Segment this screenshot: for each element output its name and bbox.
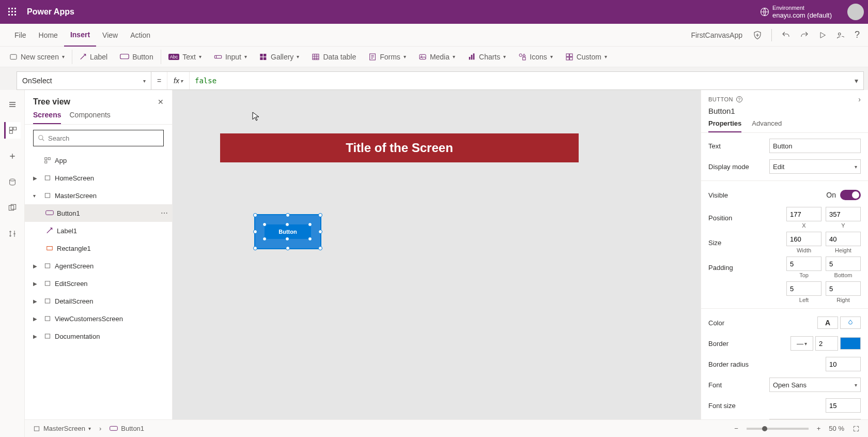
chevron-right-icon[interactable]: ▶ (33, 175, 40, 181)
fit-screen-icon[interactable] (853, 425, 860, 432)
tools-rail-icon[interactable] (4, 225, 21, 242)
tree-item-rectangle1[interactable]: Rectangle1 (25, 239, 172, 257)
button-icon (45, 209, 54, 217)
prop-displaymode-select[interactable]: Edit▾ (769, 159, 861, 174)
insert-text-button[interactable]: Abc Text ▾ (163, 49, 207, 65)
tree-search-box[interactable] (33, 130, 164, 146)
prop-pad-bottom-input[interactable] (826, 257, 861, 271)
prop-visible-toggle[interactable] (840, 190, 861, 200)
app-checker-icon[interactable] (753, 31, 762, 40)
tree-label: Documentation (55, 333, 168, 340)
insert-media-button[interactable]: Media ▾ (413, 49, 460, 65)
tree-screen-edit[interactable]: ▶ EditScreen (25, 275, 172, 292)
prop-pad-top-input[interactable] (786, 257, 822, 271)
tree-screen-agent[interactable]: ▶ AgentScreen (25, 257, 172, 275)
svg-point-35 (9, 179, 15, 181)
close-icon[interactable]: ✕ (158, 98, 164, 106)
prop-bordercolor-swatch[interactable] (840, 337, 861, 350)
selection-box[interactable]: Button (254, 214, 321, 249)
prop-width-input[interactable] (786, 232, 822, 246)
environment-picker[interactable]: Environment enayu.com (default) (760, 5, 842, 20)
menu-file[interactable]: File (8, 24, 33, 47)
insert-text-label: Text (182, 53, 196, 61)
insert-forms-button[interactable]: Forms ▾ (363, 49, 411, 65)
status-selected[interactable]: Button1 (110, 425, 144, 432)
prop-fill-swatch[interactable] (840, 317, 861, 329)
tree-search-input[interactable] (48, 134, 159, 142)
svg-rect-18 (264, 57, 266, 59)
prop-pos-x-input[interactable] (786, 207, 822, 221)
insert-icons-button[interactable]: Icons ▾ (513, 49, 557, 65)
chevron-down-icon[interactable]: ▾ (33, 193, 40, 199)
env-heading: Environment (772, 5, 832, 11)
formula-property-select[interactable]: OnSelect ▾ (17, 72, 151, 89)
redo-icon[interactable] (800, 31, 809, 40)
menu-insert[interactable]: Insert (64, 24, 96, 47)
tab-components[interactable]: Components (69, 111, 110, 124)
zoom-out-button[interactable]: − (734, 425, 738, 432)
formula-input[interactable]: false (190, 77, 849, 85)
prop-fontsize-input[interactable] (826, 398, 861, 413)
media-rail-icon[interactable] (4, 200, 21, 216)
tree-screen-documentation[interactable]: ▶ Documentation (25, 327, 172, 345)
tree-screen-home[interactable]: ▶ HomeScreen (25, 169, 172, 187)
insert-datatable-button[interactable]: Data table (306, 49, 361, 65)
insert-gallery-button[interactable]: Gallery ▾ (254, 49, 304, 65)
prop-height-input[interactable] (826, 232, 861, 246)
new-screen-button[interactable]: New screen ▾ (4, 49, 70, 65)
svg-marker-10 (820, 32, 825, 38)
more-icon[interactable]: ⋯ (161, 209, 168, 217)
prop-borderwidth-input[interactable] (815, 336, 838, 351)
menu-home[interactable]: Home (33, 24, 64, 47)
screen-icon (43, 191, 52, 200)
menu-action[interactable]: Action (124, 24, 157, 47)
svg-rect-47 (45, 281, 50, 285)
prop-fontcolor-swatch[interactable]: A (817, 317, 838, 329)
tree-label: ViewCustomersScreen (55, 315, 168, 323)
help-icon[interactable]: ? (855, 29, 860, 40)
menu-view[interactable]: View (96, 24, 124, 47)
zoom-slider[interactable] (747, 428, 809, 430)
prop-borderradius-input[interactable] (826, 357, 861, 371)
fx-button[interactable]: fx▾ (167, 72, 190, 89)
prop-borderstyle-select[interactable]: — ▾ (791, 336, 813, 351)
hamburger-icon[interactable] (4, 96, 21, 113)
insert-input-label: Input (225, 53, 241, 61)
tab-properties[interactable]: Properties (708, 119, 741, 132)
tree-item-button1[interactable]: Button1 ⋯ (25, 204, 172, 222)
user-avatar[interactable] (847, 4, 864, 20)
tree-label: DetailScreen (55, 297, 168, 305)
prop-pad-left-input[interactable] (786, 281, 822, 296)
play-icon[interactable] (818, 31, 827, 39)
tree-app-node[interactable]: App (25, 152, 172, 169)
prop-font-select[interactable]: Open Sans▾ (769, 378, 861, 392)
canvas-area[interactable]: Title of the Screen Button (173, 90, 701, 437)
tab-advanced[interactable]: Advanced (752, 119, 782, 132)
undo-icon[interactable] (781, 31, 791, 40)
insert-label-button[interactable]: Label (74, 49, 113, 65)
prop-text-input[interactable]: Button (769, 139, 861, 153)
info-icon[interactable]: ? (736, 96, 742, 102)
tree-view-rail-icon[interactable] (4, 122, 21, 139)
tree-screen-viewcustomers[interactable]: ▶ ViewCustomersScreen (25, 310, 172, 327)
data-rail-icon[interactable] (4, 174, 21, 190)
tree-screen-master[interactable]: ▾ MasterScreen (25, 187, 172, 204)
prop-pos-y-input[interactable] (826, 207, 861, 221)
zoom-in-button[interactable]: + (817, 425, 821, 432)
insert-custom-button[interactable]: Custom ▾ (560, 49, 612, 65)
screen-title-label[interactable]: Title of the Screen (220, 133, 579, 162)
status-screen-picker[interactable]: MasterScreen ▾ (33, 425, 91, 432)
insert-button-button[interactable]: Button (115, 49, 158, 65)
formula-expand-icon[interactable]: ▾ (849, 77, 863, 85)
waffle-icon[interactable] (4, 4, 21, 20)
prop-pad-right-input[interactable] (826, 281, 861, 296)
tree-screen-detail[interactable]: ▶ DetailScreen (25, 292, 172, 310)
search-icon (38, 134, 45, 142)
insert-rail-icon[interactable] (4, 148, 21, 164)
expand-icon[interactable]: › (858, 95, 861, 103)
insert-charts-button[interactable]: Charts ▾ (462, 49, 511, 65)
insert-input-button[interactable]: Input ▾ (209, 49, 252, 65)
tab-screens[interactable]: Screens (33, 111, 61, 124)
share-icon[interactable] (836, 31, 845, 40)
tree-item-label1[interactable]: Label1 (25, 222, 172, 239)
